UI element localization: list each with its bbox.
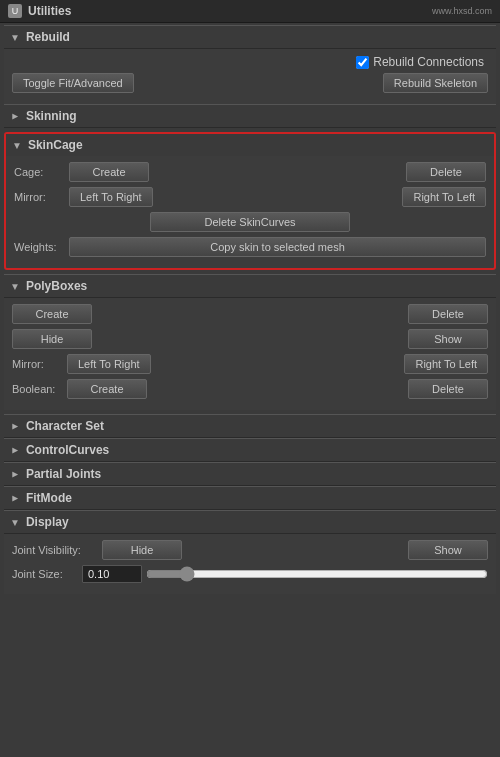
title-bar: U Utilities www.hxsd.com	[0, 0, 500, 23]
character-set-header[interactable]: ▼ Character Set	[4, 414, 496, 438]
skincage-label: SkinCage	[28, 138, 83, 152]
polyboxes-arrow: ▼	[10, 281, 20, 292]
character-set-arrow: ▼	[9, 421, 20, 431]
display-label: Display	[26, 515, 69, 529]
app-icon: U	[8, 4, 22, 18]
joint-size-input[interactable]	[82, 565, 142, 583]
fit-mode-label: FitMode	[26, 491, 72, 505]
joint-size-slider-container	[146, 567, 488, 581]
joint-visibility-buttons: Hide Show	[102, 540, 488, 560]
rebuild-header[interactable]: ▼ Rebuild	[4, 25, 496, 49]
boolean-label: Boolean:	[12, 383, 67, 395]
polyboxes-right-to-left-button[interactable]: Right To Left	[404, 354, 488, 374]
joint-size-row: Joint Size:	[12, 565, 488, 583]
polyboxes-label: PolyBoxes	[26, 279, 87, 293]
delete-skincurves-button[interactable]: Delete SkinCurves	[150, 212, 350, 232]
rebuild-content: Rebuild Connections Toggle Fit/Advanced …	[4, 49, 496, 104]
boolean-row: Boolean: Create Delete	[12, 379, 488, 399]
skinning-arrow: ▼	[9, 111, 20, 121]
polyboxes-mirror-label: Mirror:	[12, 358, 67, 370]
polyboxes-content: Create Delete Hide Show Mirror: Left To …	[4, 298, 496, 410]
weights-label: Weights:	[14, 241, 69, 253]
partial-joints-section: ▼ Partial Joints	[4, 462, 496, 486]
polyboxes-hide-button[interactable]: Hide	[12, 329, 92, 349]
app-title: Utilities	[28, 4, 71, 18]
weights-row: Weights: Copy skin to selected mesh	[14, 237, 486, 257]
control-curves-arrow: ▼	[9, 445, 20, 455]
display-content: Joint Visibility: Hide Show Joint Size:	[4, 534, 496, 594]
rebuild-label: Rebuild	[26, 30, 70, 44]
joint-show-button[interactable]: Show	[408, 540, 488, 560]
character-set-label: Character Set	[26, 419, 104, 433]
joint-visibility-row: Joint Visibility: Hide Show	[12, 540, 488, 560]
delete-skincurves-row: Delete SkinCurves	[14, 212, 486, 232]
rebuild-connections-row: Rebuild Connections	[12, 55, 488, 69]
boolean-buttons: Create Delete	[67, 379, 488, 399]
display-header[interactable]: ▼ Display	[4, 510, 496, 534]
skinning-section: ▼ Skinning	[4, 104, 496, 128]
joint-size-label: Joint Size:	[12, 568, 82, 580]
joint-hide-button[interactable]: Hide	[102, 540, 182, 560]
joint-visibility-label: Joint Visibility:	[12, 544, 102, 556]
skincage-header[interactable]: ▼ SkinCage	[6, 134, 494, 156]
skincage-mirror-label: Mirror:	[14, 191, 69, 203]
joint-size-slider[interactable]	[146, 567, 488, 581]
skinning-header[interactable]: ▼ Skinning	[4, 104, 496, 128]
polyboxes-header[interactable]: ▼ PolyBoxes	[4, 274, 496, 298]
polyboxes-section: ▼ PolyBoxes Create Delete Hide Show Mirr…	[4, 274, 496, 410]
rebuild-section: ▼ Rebuild Rebuild Connections Toggle Fit…	[4, 25, 496, 104]
skincage-right-to-left-button[interactable]: Right To Left	[402, 187, 486, 207]
polyboxes-mirror-buttons: Left To Right Right To Left	[67, 354, 488, 374]
polyboxes-hide-show-row: Hide Show	[12, 329, 488, 349]
fit-mode-section: ▼ FitMode	[4, 486, 496, 510]
skincage-left-to-right-button[interactable]: Left To Right	[69, 187, 153, 207]
fit-mode-arrow: ▼	[9, 493, 20, 503]
partial-joints-arrow: ▼	[9, 469, 20, 479]
cage-buttons: Create Delete	[69, 162, 486, 182]
control-curves-label: ControlCurves	[26, 443, 109, 457]
polyboxes-left-to-right-button[interactable]: Left To Right	[67, 354, 151, 374]
main-panel: ▼ Rebuild Rebuild Connections Toggle Fit…	[0, 23, 500, 596]
boolean-delete-button[interactable]: Delete	[408, 379, 488, 399]
rebuild-skeleton-button[interactable]: Rebuild Skeleton	[383, 73, 488, 93]
skincage-section: ▼ SkinCage Cage: Create Delete Mirror: L…	[4, 132, 496, 270]
skincage-arrow: ▼	[12, 140, 22, 151]
skincage-mirror-buttons: Left To Right Right To Left	[69, 187, 486, 207]
polyboxes-delete-button[interactable]: Delete	[408, 304, 488, 324]
toggle-fit-button[interactable]: Toggle Fit/Advanced	[12, 73, 134, 93]
skincage-mirror-row: Mirror: Left To Right Right To Left	[14, 187, 486, 207]
partial-joints-header[interactable]: ▼ Partial Joints	[4, 462, 496, 486]
display-arrow: ▼	[10, 517, 20, 528]
control-curves-section: ▼ ControlCurves	[4, 438, 496, 462]
cage-row: Cage: Create Delete	[14, 162, 486, 182]
skincage-delete-button[interactable]: Delete	[406, 162, 486, 182]
skincage-content: Cage: Create Delete Mirror: Left To Righ…	[6, 156, 494, 268]
character-set-section: ▼ Character Set	[4, 414, 496, 438]
control-curves-header[interactable]: ▼ ControlCurves	[4, 438, 496, 462]
skinning-label: Skinning	[26, 109, 77, 123]
partial-joints-label: Partial Joints	[26, 467, 101, 481]
skincage-create-button[interactable]: Create	[69, 162, 149, 182]
rebuild-connections-label: Rebuild Connections	[373, 55, 484, 69]
polyboxes-mirror-row: Mirror: Left To Right Right To Left	[12, 354, 488, 374]
watermark: www.hxsd.com	[432, 6, 492, 16]
cage-label: Cage:	[14, 166, 69, 178]
fit-mode-header[interactable]: ▼ FitMode	[4, 486, 496, 510]
polyboxes-create-delete-row: Create Delete	[12, 304, 488, 324]
copy-skin-button[interactable]: Copy skin to selected mesh	[69, 237, 486, 257]
rebuild-arrow: ▼	[10, 32, 20, 43]
rebuild-connections-checkbox[interactable]	[356, 56, 369, 69]
rebuild-buttons-row: Toggle Fit/Advanced Rebuild Skeleton	[12, 73, 488, 93]
boolean-create-button[interactable]: Create	[67, 379, 147, 399]
display-section: ▼ Display Joint Visibility: Hide Show Jo…	[4, 510, 496, 594]
polyboxes-create-button[interactable]: Create	[12, 304, 92, 324]
polyboxes-show-button[interactable]: Show	[408, 329, 488, 349]
